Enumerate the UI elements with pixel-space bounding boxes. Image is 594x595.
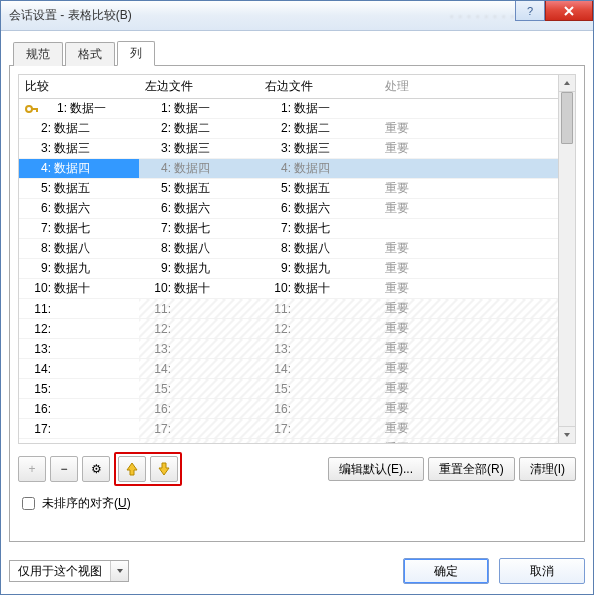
edit-defaults-button[interactable]: 编辑默认(E)... [328,457,424,481]
vertical-scrollbar[interactable] [558,75,575,443]
arrow-down-icon [158,462,170,476]
table-row[interactable]: 6: 数据六6: 数据六6: 数据六重要 [19,199,558,219]
background-window-hint: · · · · · · · · [450,9,515,23]
columns-grid: 比较 左边文件 右边文件 处理 1: 数据一1: 数据一1: 数据一2: 数据二… [18,74,576,444]
table-row[interactable]: 3: 数据三3: 数据三3: 数据三重要 [19,139,558,159]
ok-button[interactable]: 确定 [403,558,489,584]
grid-toolbar: + − ⚙ 编辑默认(E)... 重置全部(R) 清理(I) [18,452,576,486]
remove-column-button[interactable]: − [50,456,78,482]
plus-icon: + [28,462,35,476]
gear-icon: ⚙ [91,462,102,476]
tab-panel-columns: 比较 左边文件 右边文件 处理 1: 数据一1: 数据一1: 数据一2: 数据二… [9,65,585,542]
scroll-down-icon[interactable] [559,426,575,443]
col-header-compare[interactable]: 比较 [19,75,139,99]
table-row[interactable]: 17: 17: 17: 重要 [19,419,558,439]
arrow-up-icon [126,462,138,476]
table-row[interactable]: 7: 数据七7: 数据七7: 数据七 [19,219,558,239]
table-row[interactable]: 2: 数据二2: 数据二2: 数据二重要 [19,119,558,139]
dialog-bottom-bar: 仅用于这个视图 确定 取消 [9,558,585,584]
table-row[interactable]: 8: 数据八8: 数据八8: 数据八重要 [19,239,558,259]
help-button[interactable]: ? [515,1,545,21]
tab-bar: 规范格式列 [9,44,585,66]
close-button[interactable] [545,1,593,21]
table-row[interactable]: 1: 数据一1: 数据一1: 数据一 [19,99,558,119]
table-row[interactable]: 13: 13: 13: 重要 [19,339,558,359]
table-row[interactable]: 18: 18: 18: 重要 [19,439,558,444]
col-header-handling[interactable]: 处理 [379,75,558,99]
chevron-down-icon [110,561,128,581]
tab-1[interactable]: 格式 [65,42,115,66]
col-header-right[interactable]: 右边文件 [259,75,379,99]
move-up-button[interactable] [118,456,146,482]
title-bar[interactable]: 会话设置 - 表格比较(B) · · · · · · · · ? [1,1,593,31]
col-header-left[interactable]: 左边文件 [139,75,259,99]
table-row[interactable]: 5: 数据五5: 数据五5: 数据五重要 [19,179,558,199]
scope-dropdown-value: 仅用于这个视图 [10,563,110,580]
svg-rect-3 [36,108,38,112]
move-down-button[interactable] [150,456,178,482]
grid-body[interactable]: 比较 左边文件 右边文件 处理 1: 数据一1: 数据一1: 数据一2: 数据二… [19,75,558,443]
svg-text:?: ? [527,5,533,17]
scroll-up-icon[interactable] [559,75,575,92]
scroll-thumb[interactable] [561,92,573,144]
minus-icon: − [60,462,67,476]
window-buttons: ? [515,1,593,30]
table-row[interactable]: 12: 12: 12: 重要 [19,319,558,339]
move-buttons-highlight [114,452,182,486]
table-row[interactable]: 9: 数据九9: 数据九9: 数据九重要 [19,259,558,279]
window-title: 会话设置 - 表格比较(B) [9,7,432,24]
unsorted-alignment-row: 未排序的对齐(U) [18,494,576,513]
tab-2[interactable]: 列 [117,41,155,66]
clean-button[interactable]: 清理(I) [519,457,576,481]
table-row[interactable]: 14: 14: 14: 重要 [19,359,558,379]
table-row[interactable]: 15: 15: 15: 重要 [19,379,558,399]
cancel-button[interactable]: 取消 [499,558,585,584]
table-row[interactable]: 16: 16: 16: 重要 [19,399,558,419]
unsorted-alignment-label: 未排序的对齐(U) [42,495,131,512]
client-area: 规范格式列 比较 左边文件 右边文件 处理 1: 数据一1: 数据一 [9,43,585,542]
table-row[interactable]: 11: 11: 11: 重要 [19,299,558,319]
reset-all-button[interactable]: 重置全部(R) [428,457,515,481]
scope-dropdown[interactable]: 仅用于这个视图 [9,560,129,582]
table-row[interactable]: 4: 数据四4: 数据四4: 数据四 [19,159,558,179]
add-column-button[interactable]: + [18,456,46,482]
dialog-window: 会话设置 - 表格比较(B) · · · · · · · · ? 规范格式列 比… [0,0,594,595]
tab-0[interactable]: 规范 [13,42,63,66]
settings-button[interactable]: ⚙ [82,456,110,482]
unsorted-alignment-checkbox[interactable] [22,497,35,510]
table-row[interactable]: 10: 数据十10: 数据十10: 数据十重要 [19,279,558,299]
